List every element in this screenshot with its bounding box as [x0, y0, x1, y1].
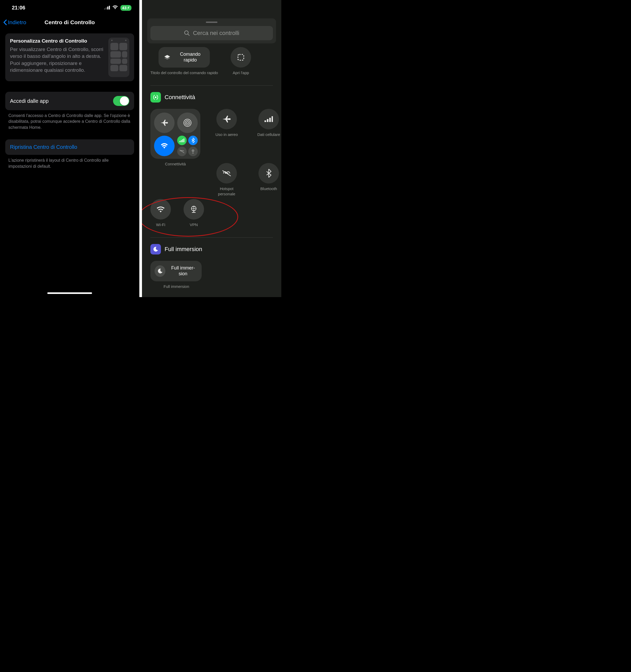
- customize-title: Personalizza Centro di Controllo: [10, 38, 103, 44]
- access-from-apps-row[interactable]: Accedi dalle app: [5, 92, 134, 110]
- open-app-caption: Apri l'app: [233, 70, 249, 80]
- focus-header: Full immersion: [150, 244, 273, 255]
- bluetooth-caption: Bluetooth: [260, 186, 277, 196]
- cellular-icon: [104, 5, 110, 11]
- svg-rect-13: [182, 139, 183, 142]
- connectivity-header: Connettività: [150, 92, 273, 102]
- access-from-apps-label: Accedi dalle app: [10, 98, 49, 104]
- hotspot-tile[interactable]: Hotspot personale: [211, 163, 242, 196]
- svg-rect-19: [272, 116, 273, 122]
- cellular-bars-icon: [265, 116, 273, 122]
- svg-rect-11: [179, 141, 180, 142]
- svg-rect-12: [181, 140, 182, 142]
- search-input[interactable]: Cerca nei controlli: [150, 26, 273, 40]
- cellular-caption: Dati cellulare: [258, 132, 280, 141]
- access-note: Consenti l'accesso a Centro di Controllo…: [0, 110, 139, 130]
- sheet: Cerca nei controlli: [147, 18, 276, 43]
- reset-note: L'azione ripristinerà il layout di Centr…: [0, 155, 139, 169]
- wifi-icon: [112, 5, 118, 11]
- nav-bar: Indietro Centro di Controllo: [0, 14, 139, 33]
- moon-icon: [150, 244, 161, 255]
- customize-card: Personalizza Centro di Controllo Per vis…: [5, 33, 134, 81]
- svg-rect-3: [109, 6, 110, 9]
- status-time: 21:06: [12, 5, 25, 11]
- svg-rect-0: [104, 8, 105, 9]
- shortcut-caption: Titolo del controllo del comando rapido: [150, 70, 218, 80]
- svg-point-7: [155, 96, 156, 98]
- open-app-icon: [236, 53, 245, 62]
- open-app-tile[interactable]: Apri l'app: [230, 47, 251, 80]
- shortcut-label: Comando rapido: [175, 51, 205, 63]
- airplane-icon: [154, 113, 175, 133]
- back-button[interactable]: Indietro: [3, 19, 26, 25]
- connectivity-module-caption: Connettività: [165, 162, 186, 171]
- focus-tile[interactable]: Full immer­sion Full immersion: [150, 261, 273, 293]
- status-bar: 21:06 43⚡︎: [0, 0, 139, 14]
- access-from-apps-toggle[interactable]: [113, 96, 129, 106]
- svg-rect-1: [106, 7, 107, 9]
- vpn-tile[interactable]: VPN: [184, 199, 204, 232]
- connectivity-header-icon: [150, 92, 161, 102]
- airplane-icon: [221, 114, 232, 124]
- svg-rect-17: [267, 119, 268, 122]
- svg-point-8: [187, 122, 189, 124]
- wifi-icon: [156, 206, 165, 213]
- airplane-caption: Uso in aereo: [215, 132, 238, 141]
- control-center-preview: [108, 38, 129, 77]
- bluetooth-icon: [266, 169, 272, 178]
- svg-point-9: [185, 120, 190, 125]
- pane-divider: [139, 0, 142, 297]
- controls-gallery-screen: Cerca nei controlli Comando rapido Titol…: [142, 0, 281, 297]
- battery-indicator: 43⚡︎: [120, 5, 131, 11]
- connectivity-mini-cluster: [177, 136, 198, 156]
- wifi-on-icon: [154, 136, 175, 156]
- focus-tile-label: Full immer­sion: [169, 265, 197, 277]
- wifi-caption: Wi-Fi: [156, 222, 165, 232]
- svg-rect-6: [238, 54, 244, 60]
- svg-rect-2: [107, 6, 108, 9]
- svg-rect-14: [184, 139, 184, 142]
- svg-rect-16: [265, 120, 266, 122]
- wifi-tile[interactable]: Wi-Fi: [150, 199, 171, 232]
- vpn-globe-icon: [190, 205, 198, 214]
- svg-line-5: [188, 34, 189, 36]
- airdrop-icon: [177, 113, 198, 133]
- shortcut-stack-icon: [163, 53, 172, 62]
- sheet-grabber[interactable]: [206, 22, 217, 23]
- customize-description: Per visualizzare Centro di Controllo, sc…: [10, 46, 103, 74]
- connectivity-module[interactable]: Connettività: [150, 109, 200, 171]
- svg-rect-18: [269, 118, 271, 122]
- bluetooth-tile[interactable]: Bluetooth: [253, 163, 281, 196]
- shortcut-tile[interactable]: Comando rapido Titolo del controllo del …: [150, 47, 218, 80]
- vpn-caption: VPN: [190, 222, 198, 232]
- settings-screen: 21:06 43⚡︎ Indietro Centro di Controllo …: [0, 0, 139, 297]
- reset-button[interactable]: Ripristina Centro di Controllo: [5, 139, 134, 155]
- home-indicator[interactable]: [47, 292, 92, 294]
- focus-caption: Full immersion: [150, 284, 189, 293]
- section-divider: [150, 86, 273, 86]
- moon-icon: [154, 265, 165, 277]
- hotspot-caption: Hotspot personale: [211, 186, 242, 196]
- airplane-tile[interactable]: Uso in aereo: [211, 109, 242, 171]
- search-placeholder: Cerca nei controlli: [193, 30, 239, 37]
- magnifying-glass-icon: [184, 30, 190, 36]
- hotspot-icon: [222, 170, 232, 176]
- section-divider: [150, 237, 273, 238]
- cellular-tile[interactable]: Dati cellulare: [253, 109, 281, 171]
